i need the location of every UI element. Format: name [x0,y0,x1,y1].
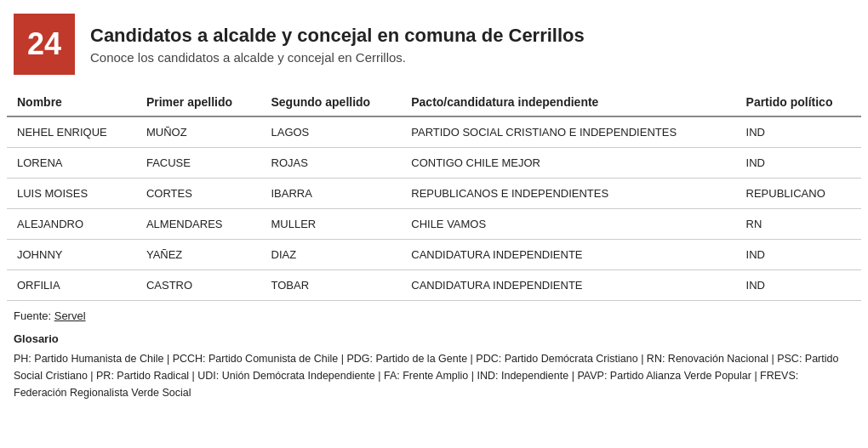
cell-pacto: CONTIGO CHILE MEJOR [401,148,735,179]
cell-primer_apellido: CASTRO [136,270,261,301]
table-row: ALEJANDROALMENDARESMULLERCHILE VAMOSRN [7,209,861,240]
cell-pacto: REPUBLICANOS E INDEPENDIENTES [401,179,735,209]
cell-primer_apellido: FACUSE [136,148,261,179]
cell-segundo_apellido: ROJAS [261,148,402,179]
candidates-table: Nombre Primer apellido Segundo apellido … [7,88,861,301]
col-partido: Partido político [736,88,861,116]
footer: Fuente: Servel [0,301,868,326]
header-text: Candidatos a alcalde y concejal en comun… [90,25,585,65]
cell-nombre: LUIS MOISES [7,179,136,209]
cell-nombre: ORFILIA [7,270,136,301]
cell-partido: RN [736,209,861,240]
glosario-title: Glosario [14,331,854,349]
page-title: Candidatos a alcalde y concejal en comun… [90,25,585,47]
table-row: LUIS MOISESCORTESIBARRAREPUBLICANOS E IN… [7,179,861,209]
cell-nombre: ALEJANDRO [7,209,136,240]
cell-partido: REPUBLICANO [736,179,861,209]
col-primer-apellido: Primer apellido [136,88,261,116]
cell-primer_apellido: CORTES [136,179,261,209]
cell-primer_apellido: YAÑEZ [136,240,261,270]
table-row: NEHEL ENRIQUEMUÑOZLAGOSPARTIDO SOCIAL CR… [7,116,861,148]
cell-partido: IND [736,270,861,301]
cell-partido: IND [736,148,861,179]
page-subtitle: Conoce los candidatos a alcalde y concej… [90,50,585,65]
cell-primer_apellido: ALMENDARES [136,209,261,240]
table-row: LORENAFACUSEROJASCONTIGO CHILE MEJORIND [7,148,861,179]
cell-nombre: JOHNNY [7,240,136,270]
col-pacto: Pacto/candidatura independiente [401,88,735,116]
glosario-section: Glosario PH: Partido Humanista de Chile … [0,326,868,411]
source-label: Fuente: [14,309,51,322]
cell-pacto: CANDIDATURA INDEPENDIENTE [401,270,735,301]
table-row: ORFILIACASTROTOBARCANDIDATURA INDEPENDIE… [7,270,861,301]
source-link[interactable]: Servel [54,309,86,322]
cell-pacto: PARTIDO SOCIAL CRISTIANO E INDEPENDIENTE… [401,116,735,148]
cell-nombre: NEHEL ENRIQUE [7,116,136,148]
cell-nombre: LORENA [7,148,136,179]
cell-partido: IND [736,116,861,148]
glosario-text: PH: Partido Humanista de Chile | PCCH: P… [14,350,854,401]
cell-partido: IND [736,240,861,270]
cell-pacto: CANDIDATURA INDEPENDIENTE [401,240,735,270]
cell-segundo_apellido: IBARRA [261,179,402,209]
cell-primer_apellido: MUÑOZ [136,116,261,148]
candidates-table-container: Nombre Primer apellido Segundo apellido … [0,88,868,301]
page-header: 24 Candidatos a alcalde y concejal en co… [0,0,868,88]
badge-number: 24 [14,14,75,75]
col-segundo-apellido: Segundo apellido [261,88,402,116]
cell-segundo_apellido: LAGOS [261,116,402,148]
cell-segundo_apellido: MULLER [261,209,402,240]
table-row: JOHNNYYAÑEZDIAZCANDIDATURA INDEPENDIENTE… [7,240,861,270]
col-nombre: Nombre [7,88,136,116]
table-header-row: Nombre Primer apellido Segundo apellido … [7,88,861,116]
cell-segundo_apellido: DIAZ [261,240,402,270]
cell-segundo_apellido: TOBAR [261,270,402,301]
cell-pacto: CHILE VAMOS [401,209,735,240]
